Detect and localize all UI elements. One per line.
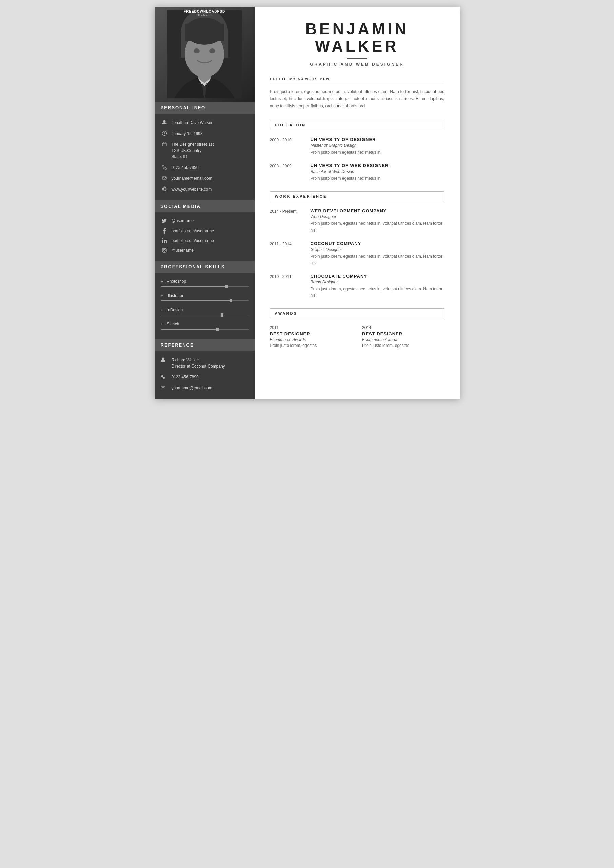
- svg-rect-20: [161, 386, 165, 389]
- photo-placeholder: [155, 7, 254, 102]
- ref-email-item: yourname@email.com: [161, 385, 248, 391]
- ref-name-text: Richard Walker Director at Coconut Compa…: [172, 357, 225, 369]
- watermark-sub: PRESENT: [184, 13, 225, 16]
- sidebar: FREEDOWNLOADPSD PRESENT: [155, 7, 254, 399]
- work-year-0: 2014 - Present: [270, 208, 310, 233]
- name-divider: [347, 58, 367, 59]
- personal-info-label: PERSONAL INFO: [161, 105, 206, 110]
- svg-point-19: [162, 358, 164, 360]
- education-entry-0: 2009 - 2010 UNIVERSITY OF DESIGNER Maste…: [270, 137, 445, 156]
- work-title: WORK EXPERIENCE: [270, 191, 445, 202]
- watermark-title: FREEDOWNLOADPSD: [184, 9, 225, 13]
- award-title-1: BEST DESIGNER: [362, 331, 445, 336]
- award-year-0: 2011: [270, 325, 352, 330]
- skill-illustrator: + Illustrator: [161, 293, 248, 301]
- skill-name-sketch: Sketch: [167, 322, 179, 327]
- ref-role: Director at Coconut Company: [172, 364, 225, 369]
- skill-plus-icon: +: [161, 279, 163, 284]
- linkedin-icon: [161, 239, 168, 243]
- email-text: yourname@email.com: [172, 175, 212, 181]
- work-company-0: WEB DEVELOPMENT COMPANY: [310, 208, 445, 213]
- ref-email-icon: [161, 385, 168, 391]
- svg-point-17: [163, 249, 166, 251]
- svg-point-15: [162, 239, 163, 239]
- phone-text: 0123 456 7890: [172, 164, 198, 170]
- skill-plus-icon: +: [161, 293, 163, 298]
- ref-name-item: Richard Walker Director at Coconut Compa…: [161, 357, 248, 369]
- edu-role-0: Master of Graphic Design: [310, 143, 445, 148]
- work-year-1: 2011 - 2014: [270, 241, 310, 266]
- work-company-2: CHOCOLATE COMPANY: [310, 274, 445, 279]
- ref-name: Richard Walker: [172, 358, 199, 363]
- dob-text: January 1st 1993: [172, 130, 203, 136]
- ref-email-text: yourname@email.com: [172, 385, 212, 391]
- social-media-header: SOCIAL MEDIA: [155, 200, 254, 212]
- reference-label: REFERENCE: [161, 343, 194, 347]
- edu-company-0: UNIVERSITY OF DESIGNER: [310, 137, 445, 142]
- education-section: EDUCATION 2009 - 2010 UNIVERSITY OF DESI…: [270, 120, 445, 182]
- edu-desc-0: Proin justo lorem egestas nec metus in.: [310, 149, 445, 156]
- work-entry-1: 2011 - 2014 COCONUT COMPANY Graphic Desi…: [270, 241, 445, 266]
- edu-year-0: 2009 - 2010: [270, 137, 310, 156]
- work-role-2: Brand Drsigner: [310, 280, 445, 284]
- svg-rect-14: [162, 240, 163, 243]
- main-content: BENJAMIN WALKER GRAPHIC AND WEB DESIGNER…: [254, 7, 460, 399]
- edu-role-1: Bachelor of Web Design: [310, 169, 445, 174]
- job-title: GRAPHIC AND WEB DESIGNER: [270, 62, 445, 67]
- address-icon: [161, 142, 168, 146]
- dob-item: January 1st 1993: [161, 130, 248, 136]
- skill-name-illustrator: Illustrator: [167, 293, 183, 298]
- person-icon: [161, 120, 168, 125]
- phone-icon: [161, 165, 168, 169]
- skill-bar-indesign: [161, 315, 248, 315]
- work-section: WORK EXPERIENCE 2014 - Present WEB DEVEL…: [270, 191, 445, 299]
- ref-phone-icon: [161, 374, 168, 380]
- svg-point-18: [165, 249, 166, 250]
- svg-rect-5: [185, 24, 224, 41]
- intro-greeting: HELLO. MY NAME IS BEN.: [270, 77, 445, 84]
- instagram-item: @username: [161, 248, 248, 253]
- ref-phone-item: 0123 456 7890: [161, 374, 248, 380]
- photo-area: FREEDOWNLOADPSD PRESENT: [155, 7, 254, 102]
- award-desc-0: Proin justo lorem, egestas: [270, 343, 352, 348]
- svg-point-9: [163, 120, 166, 123]
- work-desc-1: Proin justo lorem, egestas nec netus in,…: [310, 253, 445, 266]
- skill-name-photoshop: Photoshop: [167, 279, 186, 284]
- website-item: www.yourwebsite.com: [161, 186, 248, 192]
- svg-rect-11: [163, 143, 166, 146]
- linkedin-text: portfolio.com/username: [172, 239, 214, 243]
- skill-bar-sketch: [161, 329, 248, 330]
- skill-plus-icon: +: [161, 321, 163, 327]
- instagram-text: @username: [172, 248, 194, 253]
- twitter-item: @username: [161, 219, 248, 223]
- reference-header: REFERENCE: [155, 339, 254, 351]
- resume-container: FREEDOWNLOADPSD PRESENT: [155, 7, 460, 399]
- work-entry-2: 2010 - 2011 CHOCOLATE COMPANY Brand Drsi…: [270, 274, 445, 299]
- skills-section: + Photoshop + Illustrator: [155, 273, 254, 339]
- email-item: yourname@email.com: [161, 175, 248, 181]
- phone-item: 0123 456 7890: [161, 164, 248, 170]
- social-media-label: SOCIAL MEDIA: [161, 204, 201, 209]
- work-content-2: CHOCOLATE COMPANY Brand Drsigner Proin j…: [310, 274, 445, 299]
- skill-plus-icon: +: [161, 307, 163, 313]
- award-0: 2011 BEST DESIGNER Ecommerce Awards Proi…: [270, 325, 352, 348]
- name-text: Jonathan Dave Walker: [172, 120, 212, 126]
- work-content-0: WEB DEVELOPMENT COMPANY Web-Designer Pro…: [310, 208, 445, 233]
- last-name: WALKER: [315, 37, 399, 55]
- first-name: BENJAMIN: [305, 20, 409, 38]
- award-year-1: 2014: [362, 325, 445, 330]
- address-text: The Designer street 1stTXS UK.CountrySta…: [172, 141, 214, 160]
- award-title-0: BEST DESIGNER: [270, 331, 352, 336]
- resume-name: BENJAMIN WALKER: [270, 20, 445, 54]
- reference-section: Richard Walker Director at Coconut Compa…: [155, 351, 254, 399]
- instagram-icon: [161, 248, 168, 253]
- twitter-icon: [161, 219, 168, 223]
- social-media-section: @username portfolio.com/username: [155, 212, 254, 261]
- ref-phone-text: 0123 456 7890: [172, 374, 198, 380]
- work-year-2: 2010 - 2011: [270, 274, 310, 299]
- skill-bar-photoshop: [161, 286, 248, 287]
- award-org-0: Ecommerce Awards: [270, 337, 352, 342]
- personal-info-header: PERSONAL INFO: [155, 102, 254, 113]
- calendar-icon: [161, 131, 168, 136]
- name-item: Jonathan Dave Walker: [161, 120, 248, 126]
